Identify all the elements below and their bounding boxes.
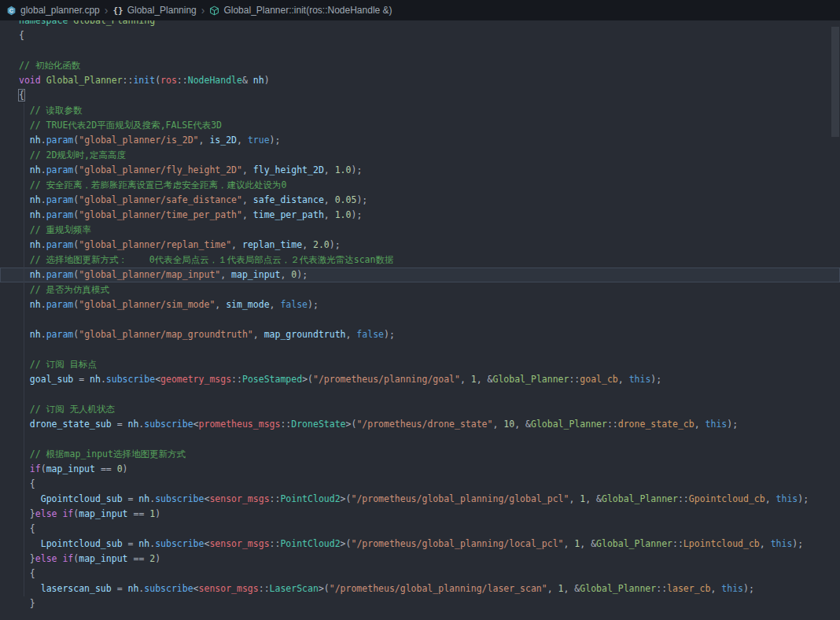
method-symbol-icon — [209, 6, 219, 16]
chevron-right-icon: › — [105, 5, 109, 16]
code-line[interactable] — [0, 432, 840, 447]
code-line[interactable]: { — [0, 566, 840, 581]
code-line[interactable]: // 读取参数 — [0, 103, 840, 118]
code-line[interactable]: nh.param("global_planner/replan_time", r… — [0, 238, 840, 253]
indent-guide — [24, 103, 24, 596]
breadcrumb-item-file[interactable]: C global_planner.cpp — [6, 5, 100, 16]
code-area[interactable]: namespace Global_Planning{// 初始化函数void G… — [0, 20, 840, 611]
breadcrumb-namespace-label: Global_Planning — [127, 5, 197, 16]
breadcrumb: C global_planner.cpp › {} Global_Plannin… — [0, 0, 840, 20]
code-line[interactable]: nh.param("global_planner/sim_mode", sim_… — [0, 297, 840, 312]
code-line[interactable]: drone_state_sub = nh.subscribe<prometheu… — [0, 417, 840, 432]
code-line[interactable] — [0, 43, 840, 58]
code-line[interactable]: // 订阅 无人机状态 — [0, 402, 840, 417]
code-editor-window: C global_planner.cpp › {} Global_Plannin… — [0, 0, 840, 620]
code-line[interactable]: // 订阅 目标点 — [0, 357, 840, 372]
code-line[interactable]: nh.param("global_planner/fly_height_2D",… — [0, 163, 840, 178]
code-line[interactable]: nh.param("global_planner/is_2D", is_2D, … — [0, 133, 840, 148]
code-line[interactable]: Gpointcloud_sub = nh.subscribe<sensor_ms… — [0, 492, 840, 507]
code-line[interactable]: // TRUE代表2D平面规划及搜索,FALSE代表3D — [0, 118, 840, 133]
code-line[interactable]: nh.param("global_planner/safe_distance",… — [0, 193, 840, 208]
breadcrumb-file-label: global_planner.cpp — [20, 5, 100, 16]
code-line[interactable] — [0, 342, 840, 357]
chevron-right-icon: › — [201, 5, 205, 16]
code-line[interactable]: { — [0, 522, 840, 537]
code-line[interactable]: { — [0, 28, 840, 43]
code-line[interactable]: // 根据map_input选择地图更新方式 — [0, 447, 840, 462]
code-line[interactable]: { — [0, 88, 840, 103]
scrollbar-thumb[interactable] — [831, 27, 839, 137]
code-line[interactable]: nh.param("global_planner/map_groundtruth… — [0, 327, 840, 342]
code-line[interactable]: void Global_Planner::init(ros::NodeHandl… — [0, 73, 840, 88]
code-line[interactable]: }else if(map_input == 2) — [0, 552, 840, 566]
breadcrumb-item-symbol[interactable]: Global_Planner::init(ros::NodeHandle &) — [209, 5, 392, 16]
code-line[interactable]: }else if(map_input == 1) — [0, 507, 840, 522]
code-line[interactable]: nh.param("global_planner/time_per_path",… — [0, 208, 840, 223]
code-line[interactable]: Lpointcloud_sub = nh.subscribe<sensor_ms… — [0, 537, 840, 552]
code-line[interactable]: // 安全距离，若膨胀距离设置已考虑安全距离，建议此处设为0 — [0, 178, 840, 193]
code-line[interactable] — [0, 387, 840, 402]
code-line[interactable]: goal_sub = nh.subscribe<geometry_msgs::P… — [0, 372, 840, 387]
scrollbar[interactable] — [831, 20, 840, 620]
namespace-symbol-icon: {} — [112, 6, 123, 16]
code-line[interactable]: // 是否为仿真模式 — [0, 282, 840, 297]
code-line[interactable]: // 2D规划时,定高高度 — [0, 148, 840, 163]
code-line[interactable]: // 重规划频率 — [0, 223, 840, 238]
breadcrumb-symbol-label: Global_Planner::init(ros::NodeHandle &) — [223, 5, 392, 16]
code-line[interactable]: } — [0, 596, 840, 611]
code-line[interactable]: // 选择地图更新方式： 0代表全局点云，１代表局部点云，２代表激光雷达scan… — [0, 253, 840, 268]
editor[interactable]: namespace Global_Planning{// 初始化函数void G… — [0, 20, 840, 620]
code-line[interactable]: nh.param("global_planner/map_input", map… — [0, 268, 840, 282]
svg-text:C: C — [9, 7, 14, 14]
code-line[interactable]: // 初始化函数 — [0, 58, 840, 73]
breadcrumb-item-namespace[interactable]: {} Global_Planning — [112, 5, 196, 16]
code-line[interactable]: { — [0, 477, 840, 492]
code-line[interactable] — [0, 312, 840, 327]
code-line[interactable]: namespace Global_Planning — [0, 20, 840, 28]
code-line[interactable]: if(map_input == 0) — [0, 462, 840, 477]
code-line[interactable]: laserscan_sub = nh.subscribe<sensor_msgs… — [0, 581, 840, 596]
cpp-file-icon: C — [6, 6, 17, 16]
